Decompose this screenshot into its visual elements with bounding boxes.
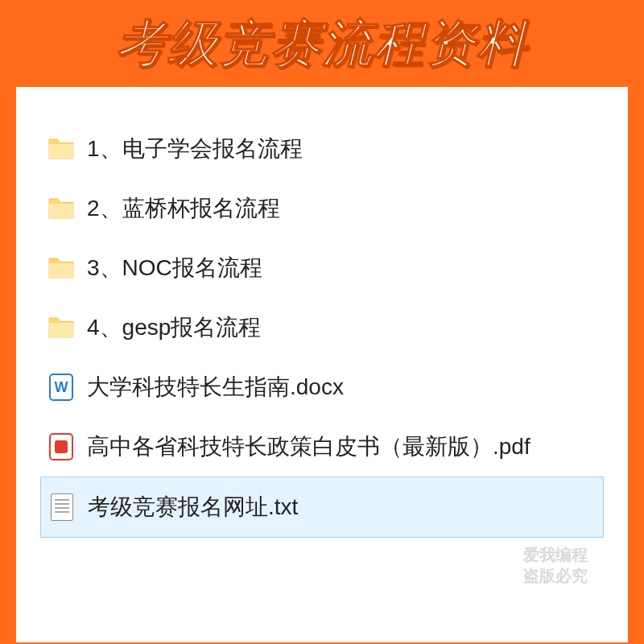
list-item[interactable]: 4、gesp报名流程 xyxy=(40,298,604,357)
watermark: 爱我编程 盗版必究 xyxy=(523,544,588,586)
pdf-file-icon xyxy=(47,432,76,461)
file-name-label: 4、gesp报名流程 xyxy=(87,312,261,343)
watermark-line: 爱我编程 xyxy=(523,544,588,565)
list-item[interactable]: 1、电子学会报名流程 xyxy=(40,119,604,179)
list-item[interactable]: 大学科技特长生指南.docx xyxy=(40,357,604,417)
file-name-label: 高中各省科技特长政策白皮书（最新版）.pdf xyxy=(87,431,530,462)
txt-file-icon xyxy=(47,493,76,522)
folder-icon xyxy=(47,313,76,342)
list-item[interactable]: 考级竞赛报名网址.txt xyxy=(40,477,604,538)
file-name-label: 大学科技特长生指南.docx xyxy=(87,372,344,402)
watermark-line: 盗版必究 xyxy=(523,565,588,586)
page-header: 考级竞赛流程资料 xyxy=(0,0,644,87)
list-item[interactable]: 3、NOC报名流程 xyxy=(40,238,604,298)
list-item[interactable]: 2、蓝桥杯报名流程 xyxy=(40,179,604,238)
file-list: 1、电子学会报名流程 2、蓝桥杯报名流程 3、NOC报名流程 4、gesp报名流… xyxy=(40,119,604,538)
file-name-label: 2、蓝桥杯报名流程 xyxy=(87,193,280,224)
file-name-label: 考级竞赛报名网址.txt xyxy=(88,492,298,522)
folder-icon xyxy=(47,194,76,223)
page-title: 考级竞赛流程资料 xyxy=(0,10,644,77)
folder-icon xyxy=(47,254,76,283)
file-name-label: 1、电子学会报名流程 xyxy=(87,134,303,164)
file-name-label: 3、NOC报名流程 xyxy=(87,253,262,283)
docx-file-icon xyxy=(47,373,76,402)
folder-icon xyxy=(47,134,76,163)
list-item[interactable]: 高中各省科技特长政策白皮书（最新版）.pdf xyxy=(40,417,604,477)
